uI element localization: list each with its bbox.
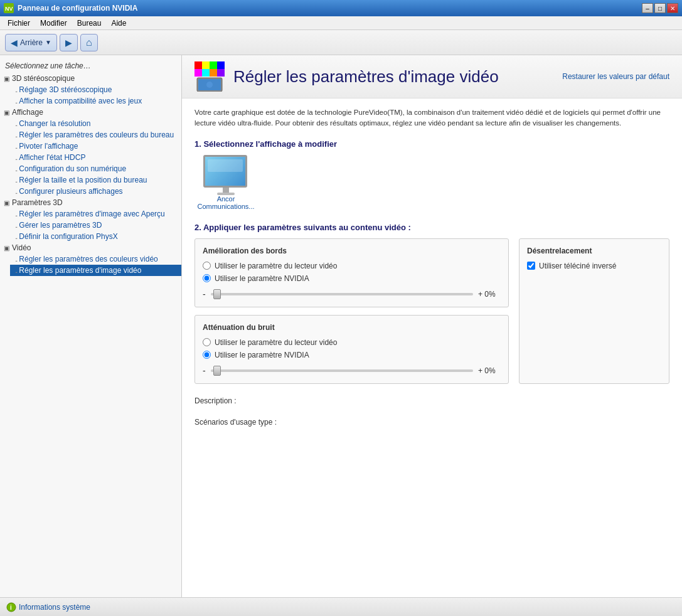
close-button[interactable]: ✕ (667, 3, 678, 13)
sidebar-item-reglage-3d[interactable]: Réglage 3D stéréoscopique (10, 84, 181, 95)
telecinema-checkbox-label[interactable]: Utiliser téléciné inversé (527, 262, 661, 270)
maximize-button[interactable]: □ (654, 3, 666, 13)
tree-children-3d-stereo: Réglage 3D stéréoscopique Afficher la co… (0, 84, 181, 107)
desentrelacement-panel: Désentrelacement Utiliser téléciné inver… (519, 238, 669, 384)
amelioration-slider[interactable] (211, 293, 473, 295)
sidebar-item-compat-jeux[interactable]: Afficher la compatibilité avec les jeux (10, 95, 181, 107)
amelioration-value: + 0% (478, 290, 501, 299)
status-bar: i Informations système (0, 597, 682, 616)
attenuation-value: + 0% (478, 366, 501, 375)
svg-rect-4 (210, 61, 217, 69)
attenuation-title: Atténuation du bruit (203, 323, 501, 332)
restore-defaults-link[interactable]: Restaurer les valeurs par défaut (562, 72, 669, 81)
window-title: Panneau de configuration NVIDIA (18, 4, 137, 13)
sidebar-item-couleurs-bureau[interactable]: Régler les paramètres des couleurs du bu… (10, 129, 181, 141)
minimize-button[interactable]: – (642, 3, 653, 13)
sidebar-item-resolution[interactable]: Changer la résolution (10, 118, 181, 129)
tree-group-text-3d-stereo: 3D stéréoscopique (12, 74, 75, 83)
attenuation-option1[interactable]: Utiliser le paramètre du lecteur vidéo (203, 338, 501, 347)
menu-bureau[interactable]: Bureau (72, 18, 107, 29)
tree-expand-icon-params3d: ▣ (4, 199, 9, 206)
svg-rect-7 (202, 69, 210, 77)
sidebar-item-couleurs-video[interactable]: Régler les paramètres des couleurs vidéo (10, 253, 181, 265)
svg-rect-5 (217, 61, 225, 69)
monitor-icon (203, 155, 248, 193)
svg-point-12 (206, 82, 213, 88)
attenuation-slider[interactable] (211, 369, 473, 372)
tree-children-video: Régler les paramètres des couleurs vidéo… (0, 253, 181, 276)
tree-group-text-params-3d: Paramètres 3D (12, 198, 63, 207)
tree-group-text-video: Vidéo (12, 243, 31, 252)
page-icon (194, 61, 225, 92)
svg-rect-3 (202, 61, 210, 69)
sidebar-item-son-numerique[interactable]: Configuration du son numérique (10, 163, 181, 174)
back-button[interactable]: ◀ Arrière ▼ (5, 34, 57, 51)
svg-rect-8 (210, 69, 217, 77)
sidebar-item-plusieurs-affichages[interactable]: Configurer plusieurs affichages (10, 186, 181, 197)
monitor-container: Ancor Communications... (194, 155, 257, 210)
sidebar-item-taille-position[interactable]: Régler la taille et la position du burea… (10, 174, 181, 186)
sidebar-item-pivoter[interactable]: Pivoter l'affichage (10, 141, 181, 152)
sidebar-item-gerer-params[interactable]: Gérer les paramètres 3D (10, 220, 181, 231)
scenarios-section: Scénarios d'usage type : (194, 418, 669, 427)
sidebar-item-hdcp[interactable]: Afficher l'état HDCP (10, 152, 181, 163)
attenuation-radio-group: Utiliser le paramètre du lecteur vidéo U… (203, 338, 501, 359)
tree-group-affichage: ▣ Affichage Changer la résolution Régler… (0, 107, 181, 197)
forward-button[interactable]: ▶ (60, 34, 78, 51)
home-button[interactable]: ⌂ (80, 34, 98, 51)
monitor-label[interactable]: Ancor Communications... (194, 195, 257, 210)
attenuation-panel: Atténuation du bruit Utiliser le paramèt… (194, 315, 509, 384)
menu-modifier[interactable]: Modifier (35, 18, 72, 29)
attenuation-radio1[interactable] (203, 338, 211, 346)
tree-group-label-video[interactable]: ▣ Vidéo (0, 242, 181, 253)
system-info-link[interactable]: Informations système (19, 603, 90, 612)
sidebar: Sélectionnez une tâche… ▣ 3D stéréoscopi… (0, 55, 182, 597)
content-header: Régler les paramètres d'image vidéo Rest… (182, 55, 682, 98)
telecinema-label: Utiliser téléciné inversé (539, 262, 616, 270)
section1-label: 1. Sélectionnez l'affichage à modifier (194, 139, 669, 149)
sidebar-title: Sélectionnez une tâche… (0, 58, 181, 73)
tree-children-affichage: Changer la résolution Régler les paramèt… (0, 118, 181, 197)
menu-fichier[interactable]: Fichier (3, 18, 35, 29)
amelioration-slider-row: - + 0% (203, 289, 501, 299)
attenuation-slider-thumb[interactable] (213, 366, 221, 376)
description-section: Description : (194, 396, 669, 405)
monitor-stand (223, 188, 229, 193)
amelioration-panel: Amélioration des bords Utiliser le param… (194, 238, 509, 307)
forward-arrow-icon: ▶ (65, 38, 72, 48)
tree-expand-icon-video: ▣ (4, 245, 9, 252)
title-bar: NV Panneau de configuration NVIDIA – □ ✕ (0, 0, 682, 16)
tree-group-label-params-3d[interactable]: ▣ Paramètres 3D (0, 197, 181, 208)
description-label: Description : (194, 396, 669, 405)
attenuation-minus: - (203, 366, 206, 376)
menu-aide[interactable]: Aide (106, 18, 131, 29)
content-area: Régler les paramètres d'image vidéo Rest… (182, 55, 682, 597)
tree-group-3d-stereo: ▣ 3D stéréoscopique Réglage 3D stéréosco… (0, 73, 181, 107)
desentrelacement-title: Désentrelacement (527, 247, 661, 255)
menu-bar: Fichier Modifier Bureau Aide (0, 16, 682, 30)
svg-rect-9 (217, 69, 225, 77)
section2-label: 2. Appliquer les paramètres suivants au … (194, 223, 669, 232)
tree-group-label-3d-stereo[interactable]: ▣ 3D stéréoscopique (0, 73, 181, 84)
tree-group-label-affichage[interactable]: ▣ Affichage (0, 107, 181, 118)
svg-rect-6 (194, 69, 202, 77)
monitor-base (217, 193, 235, 195)
sidebar-item-physx[interactable]: Définir la configuration PhysX (10, 231, 181, 242)
telecinema-checkbox[interactable] (527, 262, 535, 270)
amelioration-radio1[interactable] (203, 262, 211, 270)
attenuation-option2[interactable]: Utiliser le paramètre NVIDIA (203, 351, 501, 359)
tree-children-params-3d: Régler les paramètres d'image avec Aperç… (0, 208, 181, 242)
amelioration-option1[interactable]: Utiliser le paramètre du lecteur vidéo (203, 262, 501, 270)
amelioration-option2[interactable]: Utiliser le paramètre NVIDIA (203, 274, 501, 283)
amelioration-radio2[interactable] (203, 274, 211, 282)
amelioration-title: Amélioration des bords (203, 247, 501, 255)
tree-expand-icon: ▣ (4, 75, 9, 82)
intro-text: Votre carte graphique est dotée de la te… (194, 107, 669, 129)
tree-group-text-affichage: Affichage (12, 108, 43, 117)
toolbar: ◀ Arrière ▼ ▶ ⌂ (0, 30, 682, 55)
svg-text:NV: NV (5, 6, 13, 12)
sidebar-item-image-video[interactable]: Régler les paramètres d'image vidéo (10, 265, 181, 276)
sidebar-item-image-apercu[interactable]: Régler les paramètres d'image avec Aperç… (10, 208, 181, 220)
amelioration-slider-thumb[interactable] (213, 289, 221, 299)
attenuation-radio2[interactable] (203, 351, 211, 359)
